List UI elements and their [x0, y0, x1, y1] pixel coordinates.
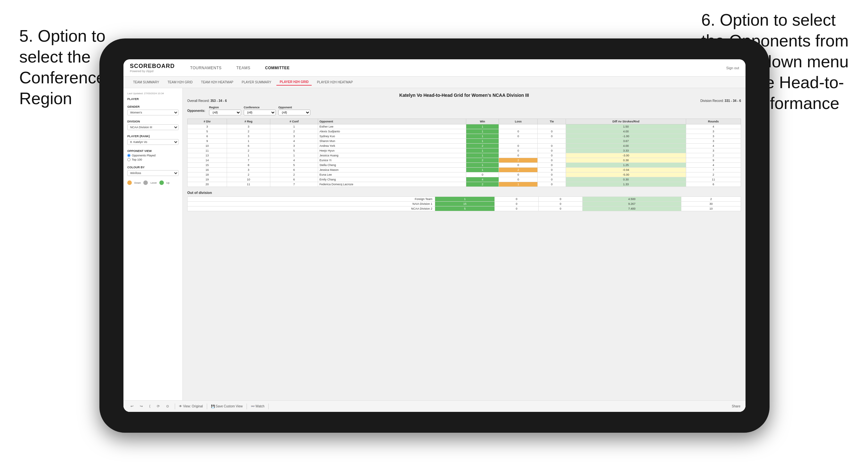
cell-loss: 0 [499, 148, 538, 153]
filter-opponent-label: Opponent [278, 106, 310, 109]
table-row: 3 3 1 Esther Lee 1 1.50 4 [188, 124, 741, 129]
cell-win: 2 [466, 182, 499, 187]
cell-diff: 1.25 [566, 163, 686, 168]
cell-tie: 0 [538, 134, 566, 139]
cell-opponent: Stella Cheng [318, 163, 466, 168]
subnav-team-summary[interactable]: TEAM SUMMARY [130, 79, 162, 85]
cell-div: 14 [188, 158, 227, 163]
sign-out-link[interactable]: Sign out [726, 66, 739, 70]
subnav-player-summary[interactable]: PLAYER SUMMARY [239, 79, 275, 85]
sidebar-gender-select[interactable]: Women's [127, 110, 179, 115]
cell-opponent: Sharon Mun [318, 139, 466, 144]
sidebar: Last Updated: 27/03/2024 10:34 Player Ge… [123, 88, 183, 412]
cell-tie: 0 [538, 148, 566, 153]
toolbar-refresh[interactable]: ⟳ [155, 404, 162, 409]
division-record: Division Record: 331 - 34 - 6 [700, 99, 741, 102]
dot-down [127, 181, 132, 185]
cell-div: 3 [188, 124, 227, 129]
cell-loss: 2 [499, 168, 538, 173]
cell-diff: 4.00 [566, 129, 686, 134]
radio-top100[interactable]: Top 100 [127, 158, 179, 161]
cell-win: 1 [466, 163, 499, 168]
toolbar-clock[interactable]: ⊙ [164, 404, 171, 409]
cell-diff: 4.00 [566, 144, 686, 148]
cell-out-rounds: 2 [681, 197, 741, 201]
cell-conf: 2 [270, 173, 318, 177]
cell-reg: 3 [227, 168, 270, 173]
cell-diff: -0.94 [566, 168, 686, 173]
sidebar-colour-select[interactable]: Win/loss [127, 170, 179, 176]
cell-loss [499, 124, 538, 129]
filter-opponent-select[interactable]: (All) [278, 110, 310, 115]
col-div: # Div [188, 119, 227, 124]
cell-tie: 0 [538, 153, 566, 158]
filter-conference-select[interactable]: (All) [244, 110, 276, 115]
col-loss: Loss [499, 119, 538, 124]
cell-win: 1 [466, 129, 499, 134]
sidebar-player-rank-select[interactable]: 8. Katelyn Vo [127, 139, 179, 145]
cell-reg: 8 [227, 163, 270, 168]
toolbar-redo[interactable]: ↪ [138, 404, 145, 409]
grid-records: Overall Record: 353 - 34 - 6 Division Re… [187, 99, 741, 102]
cell-rounds: 3 [686, 139, 741, 144]
filter-region-select[interactable]: (All) [209, 110, 241, 115]
sub-nav: TEAM SUMMARY TEAM H2H GRID TEAM H2H HEAT… [123, 76, 745, 88]
sidebar-division-select[interactable]: NCAA Division III [127, 124, 179, 130]
filter-conference-label: Conference [244, 106, 276, 109]
toolbar-view-original[interactable]: 👁 View: Original [179, 405, 203, 408]
main-content: Last Updated: 27/03/2024 10:34 Player Ge… [123, 88, 745, 412]
sidebar-division-section: Division NCAA Division III [127, 120, 179, 130]
dot-up-label: Up [166, 181, 169, 184]
toolbar-divider4 [268, 404, 269, 409]
table-row: 13 1 1 Jessica Huang 1 0 0 -3.00 2 [188, 153, 741, 158]
toolbar-back[interactable]: ⟨ [147, 404, 152, 409]
cell-win: 4 [466, 177, 499, 182]
subnav-team-h2h-grid[interactable]: TEAM H2H GRID [164, 79, 196, 85]
toolbar-undo[interactable]: ↩ [129, 404, 135, 409]
cell-conf: 3 [270, 134, 318, 139]
cell-tie [538, 124, 566, 129]
table-row: 18 2 2 Euna Lee 0 0 0 -5.00 2 [188, 173, 741, 177]
cell-opponent: Andrea York [318, 144, 466, 148]
cell-div: 16 [188, 168, 227, 173]
nav-teams[interactable]: TEAMS [234, 64, 253, 71]
cell-rounds: 7 [686, 168, 741, 173]
cell-opponent: Heejo Hyun [318, 148, 466, 153]
cell-out-diff: 9.267 [583, 201, 681, 207]
watch-icon: 👓 [251, 405, 255, 408]
radio-opponents-played[interactable]: Opponents Played [127, 154, 179, 157]
table-row: 14 7 4 Eunice Yi 2 2 0 0.38 9 [188, 158, 741, 163]
grid-title: Katelyn Vo Head-to-Head Grid for Women's… [187, 93, 741, 98]
cell-out-win: 15 [435, 201, 495, 207]
cell-win: 0 [466, 173, 499, 177]
toolbar-save-custom[interactable]: 💾 Save Custom View [211, 405, 243, 408]
cell-win: 1 [466, 139, 499, 144]
toolbar-share[interactable]: Share [732, 405, 740, 408]
out-table-row: Foreign Team 1 0 0 4.500 2 [188, 197, 741, 201]
sidebar-player-section: Player [127, 97, 179, 101]
logo-area: SCOREBOARD Powered by clippd [130, 63, 175, 73]
cell-out-tie: 0 [539, 207, 583, 211]
subnav-player-h2h-grid[interactable]: PLAYER H2H GRID [276, 79, 312, 86]
cell-out-rounds: 10 [681, 207, 741, 211]
cell-tie: 0 [538, 182, 566, 187]
save-icon: 💾 [211, 405, 215, 408]
toolbar-watch[interactable]: 👓 Watch [251, 405, 265, 408]
subnav-player-h2h-heatmap[interactable]: PLAYER H2H HEATMAP [314, 79, 356, 85]
cell-reg: 1 [227, 139, 270, 144]
cell-reg: 11 [227, 182, 270, 187]
table-row: 6 3 3 Sydney Kuo 1 0 0 -1.00 3 [188, 134, 741, 139]
subnav-team-h2h-heatmap[interactable]: TEAM H2H HEATMAP [198, 79, 237, 85]
cell-diff: -1.00 [566, 134, 686, 139]
nav-committee[interactable]: COMMITTEE [262, 64, 292, 71]
col-rounds: Rounds [686, 119, 741, 124]
nav-tournaments[interactable]: TOURNAMENTS [188, 64, 224, 71]
cell-win: 1 [466, 153, 499, 158]
colour-dots: Down Level Up [127, 181, 179, 185]
cell-diff: 3.33 [566, 148, 686, 153]
cell-loss: 0 [499, 153, 538, 158]
cell-rounds: 11 [686, 177, 741, 182]
cell-conf: 1 [270, 124, 318, 129]
sidebar-colour-section: Colour by Win/loss [127, 166, 179, 176]
sidebar-radio-group: Opponents Played Top 100 [127, 154, 179, 161]
